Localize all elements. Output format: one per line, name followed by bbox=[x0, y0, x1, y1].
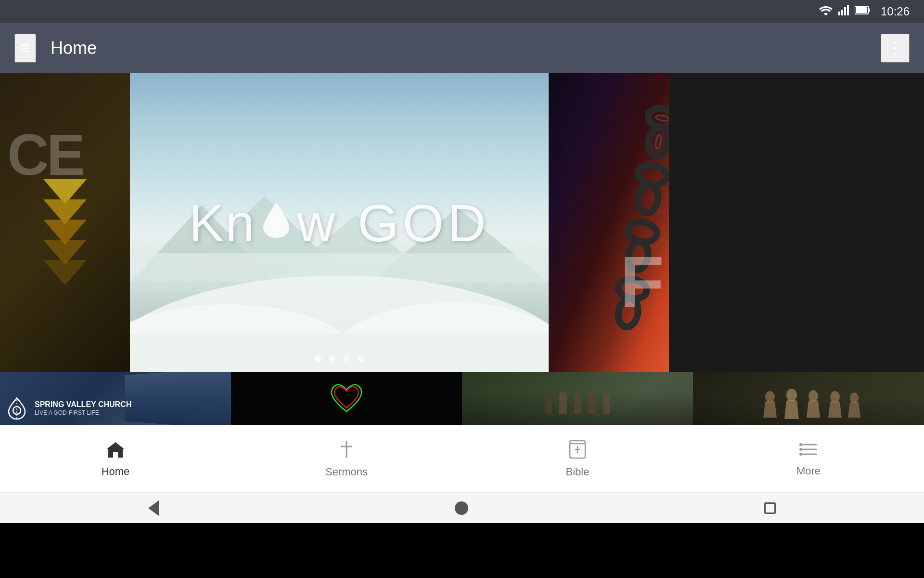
heart-icon bbox=[327, 381, 366, 415]
nav-label-bible: Bible bbox=[566, 466, 590, 478]
android-nav-bar bbox=[0, 492, 924, 523]
more-icon bbox=[799, 441, 818, 461]
svg-rect-30 bbox=[545, 402, 552, 414]
home-circle-icon bbox=[455, 501, 468, 515]
carousel-dot-3[interactable] bbox=[343, 355, 350, 362]
prayer-silhouettes bbox=[756, 386, 861, 420]
slide-right-letter: F bbox=[620, 240, 664, 324]
carousel-slide-center[interactable]: Kn w GOD bbox=[130, 73, 549, 372]
svg-rect-15 bbox=[130, 333, 549, 372]
bottom-nav: Home Sermons Bible bbox=[0, 425, 924, 492]
nav-label-sermons: Sermons bbox=[325, 466, 368, 478]
nav-label-more: More bbox=[796, 465, 821, 477]
thumbnail-strip: SPRING VALLEY CHURCH LIVE A GOD-FIRST LI… bbox=[0, 372, 924, 425]
svg-rect-2 bbox=[844, 7, 846, 15]
church-tagline: LIVE A GOD-FIRST LIFE bbox=[35, 409, 131, 416]
svg-rect-1 bbox=[841, 10, 843, 15]
slide-title-know: Kn bbox=[189, 192, 256, 253]
cloud-layer bbox=[130, 237, 549, 372]
church-info: SPRING VALLEY CHURCH LIVE A GOD-FIRST LI… bbox=[35, 400, 131, 416]
thumbnail-heart[interactable] bbox=[231, 372, 462, 425]
church-name: SPRING VALLEY CHURCH bbox=[35, 400, 131, 409]
svg-point-54 bbox=[799, 443, 802, 446]
svg-rect-32 bbox=[559, 402, 567, 414]
slide-title-drop-icon bbox=[259, 190, 293, 251]
android-home-button[interactable] bbox=[455, 501, 468, 515]
hamburger-button[interactable]: ≡ bbox=[14, 34, 36, 63]
svg-point-27 bbox=[13, 407, 21, 414]
status-bar: 10:26 bbox=[0, 0, 924, 23]
carousel-dot-2[interactable] bbox=[329, 355, 335, 362]
nav-item-bible[interactable]: Bible bbox=[462, 435, 693, 483]
nav-label-home: Home bbox=[102, 465, 130, 478]
thumbnail-people[interactable] bbox=[462, 372, 693, 425]
carousel-slide-right[interactable]: F bbox=[549, 73, 669, 372]
svg-point-19 bbox=[646, 126, 669, 158]
bible-icon bbox=[568, 440, 587, 462]
svg-point-33 bbox=[574, 393, 581, 403]
slide-left-arrows bbox=[0, 73, 130, 372]
sermons-icon bbox=[338, 440, 355, 462]
svg-point-55 bbox=[799, 448, 802, 451]
carousel-dot-1[interactable] bbox=[314, 355, 321, 362]
svg-rect-5 bbox=[868, 8, 870, 12]
svg-rect-38 bbox=[603, 402, 610, 414]
nav-item-more[interactable]: More bbox=[693, 436, 924, 482]
app-title: Home bbox=[51, 38, 881, 58]
svg-point-29 bbox=[545, 394, 552, 403]
battery-icon bbox=[855, 5, 870, 18]
church-logo-icon bbox=[5, 396, 29, 420]
svg-rect-0 bbox=[838, 12, 840, 15]
back-triangle-icon bbox=[148, 500, 159, 516]
svg-point-35 bbox=[588, 392, 596, 402]
carousel-dot-4[interactable] bbox=[358, 355, 364, 362]
app-bar: ≡ Home ⋮ bbox=[0, 23, 924, 73]
svg-rect-34 bbox=[574, 402, 581, 414]
status-time: 10:26 bbox=[881, 5, 910, 18]
status-icons: 10:26 bbox=[819, 5, 910, 18]
svg-point-40 bbox=[786, 389, 797, 401]
carousel-slide-left[interactable]: CE bbox=[0, 73, 130, 372]
android-back-button[interactable] bbox=[148, 500, 159, 516]
svg-point-18 bbox=[655, 115, 669, 122]
home-icon bbox=[106, 440, 125, 461]
carousel-indicators bbox=[314, 355, 364, 362]
svg-point-56 bbox=[799, 453, 802, 456]
slide-title-god: w GOD bbox=[297, 192, 490, 253]
nav-item-sermons[interactable]: Sermons bbox=[231, 435, 462, 483]
svg-point-31 bbox=[559, 392, 567, 403]
church-logo-container: SPRING VALLEY CHURCH LIVE A GOD-FIRST LI… bbox=[5, 396, 131, 420]
svg-point-37 bbox=[603, 394, 610, 403]
slide-title: Kn w GOD bbox=[189, 192, 489, 253]
thumbnail-prayer[interactable] bbox=[693, 372, 924, 425]
svg-point-20 bbox=[654, 135, 662, 149]
svg-rect-6 bbox=[856, 7, 867, 13]
people-silhouettes bbox=[529, 389, 626, 418]
svg-rect-3 bbox=[847, 5, 849, 15]
more-vert-button[interactable]: ⋮ bbox=[881, 34, 910, 63]
svg-rect-36 bbox=[588, 401, 596, 414]
svg-point-22 bbox=[636, 183, 660, 215]
recent-square-icon bbox=[764, 502, 776, 514]
android-recent-button[interactable] bbox=[764, 502, 776, 514]
nav-item-home[interactable]: Home bbox=[0, 435, 231, 483]
wifi-icon bbox=[819, 5, 833, 18]
thumbnail-church[interactable]: SPRING VALLEY CHURCH LIVE A GOD-FIRST LI… bbox=[0, 372, 231, 425]
signal-icon bbox=[838, 5, 849, 18]
carousel: CE bbox=[0, 73, 924, 372]
